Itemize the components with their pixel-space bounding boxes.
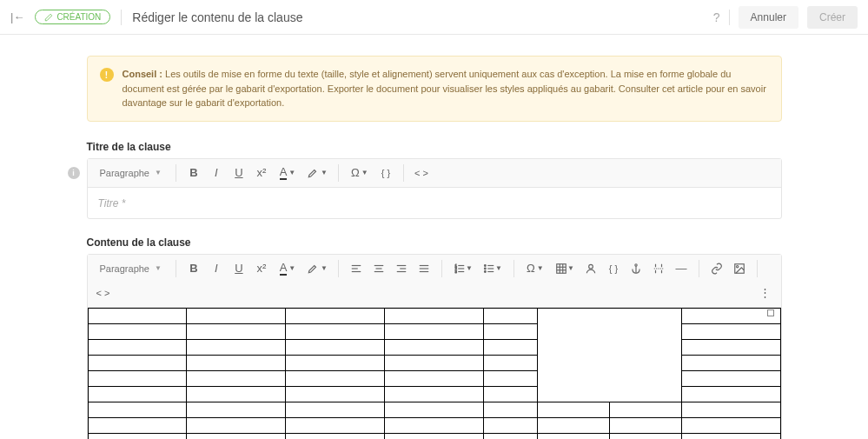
table-cell[interactable]: [88, 433, 187, 439]
more-button[interactable]: ⋮: [755, 283, 776, 303]
table-cell[interactable]: [385, 386, 484, 402]
table-handle-icon[interactable]: [767, 309, 774, 316]
table-cell[interactable]: [88, 370, 187, 386]
paragraph-style-select[interactable]: Paragraphe ▼: [93, 165, 169, 181]
table-cell[interactable]: [286, 370, 385, 386]
font-color-button[interactable]: A ▼: [274, 258, 301, 279]
table-cell[interactable]: [187, 433, 286, 439]
table-cell[interactable]: [537, 402, 609, 417]
italic-button[interactable]: I: [206, 258, 227, 279]
italic-button[interactable]: I: [206, 163, 227, 183]
table-cell[interactable]: [609, 402, 681, 417]
table-cell[interactable]: [537, 433, 609, 439]
align-justify-button[interactable]: [414, 258, 434, 279]
table-cell[interactable]: [187, 370, 286, 386]
table-cell[interactable]: [483, 417, 537, 433]
table-cell[interactable]: [609, 433, 681, 439]
table-cell[interactable]: [88, 323, 187, 339]
bold-button[interactable]: B: [183, 258, 204, 279]
table-cell[interactable]: [187, 402, 286, 417]
table-cell[interactable]: [681, 386, 780, 402]
variable-button[interactable]: { }: [603, 258, 624, 279]
table-cell[interactable]: [385, 308, 484, 323]
table-cell[interactable]: [483, 339, 537, 355]
source-code-button[interactable]: < >: [411, 163, 432, 183]
highlight-button[interactable]: ▼: [303, 258, 331, 279]
title-input-area[interactable]: [88, 188, 781, 218]
unordered-list-button[interactable]: ▼: [479, 258, 507, 279]
table-cell[interactable]: [187, 339, 286, 355]
table-cell[interactable]: [286, 308, 385, 323]
table-cell[interactable]: [681, 417, 780, 433]
bold-button[interactable]: B: [183, 163, 204, 183]
table-cell[interactable]: [286, 402, 385, 417]
special-char-button[interactable]: Ω ▼: [521, 258, 549, 279]
pagebreak-button[interactable]: [648, 258, 669, 279]
table-cell[interactable]: [187, 355, 286, 370]
underline-button[interactable]: U: [229, 163, 249, 183]
table-cell[interactable]: [187, 323, 286, 339]
table-cell[interactable]: [483, 308, 537, 323]
align-right-button[interactable]: [391, 258, 412, 279]
superscript-button[interactable]: x²: [251, 163, 272, 183]
table-cell[interactable]: [537, 308, 681, 402]
table-cell[interactable]: [681, 323, 780, 339]
table-cell[interactable]: [609, 417, 681, 433]
ordered-list-button[interactable]: 123 ▼: [449, 258, 477, 279]
table-cell[interactable]: [681, 370, 780, 386]
info-icon[interactable]: i: [68, 167, 80, 179]
title-field[interactable]: [98, 197, 771, 210]
table-cell[interactable]: [286, 386, 385, 402]
align-left-button[interactable]: [346, 258, 367, 279]
content-editable-area[interactable]: [88, 308, 781, 440]
align-center-button[interactable]: [368, 258, 389, 279]
table-cell[interactable]: [187, 386, 286, 402]
help-icon[interactable]: ?: [713, 10, 720, 24]
variable-button[interactable]: { }: [375, 163, 396, 183]
paragraph-style-select[interactable]: Paragraphe ▼: [93, 261, 169, 276]
table-cell[interactable]: [187, 308, 286, 323]
table-cell[interactable]: [483, 370, 537, 386]
table-cell[interactable]: [385, 402, 484, 417]
table-cell[interactable]: [681, 433, 780, 439]
image-button[interactable]: [729, 258, 750, 279]
table-cell[interactable]: [88, 402, 187, 417]
table-cell[interactable]: [88, 417, 187, 433]
table-cell[interactable]: [88, 339, 187, 355]
create-button[interactable]: Créer: [807, 6, 858, 29]
table-cell[interactable]: [681, 402, 780, 417]
table-cell[interactable]: [286, 339, 385, 355]
highlight-button[interactable]: ▼: [303, 163, 331, 183]
table-cell[interactable]: [385, 433, 484, 439]
superscript-button[interactable]: x²: [251, 258, 272, 279]
table-button[interactable]: ▼: [551, 258, 579, 279]
table-cell[interactable]: [681, 339, 780, 355]
person-button[interactable]: [580, 258, 601, 279]
table-cell[interactable]: [187, 417, 286, 433]
table-cell[interactable]: [483, 323, 537, 339]
hr-button[interactable]: —: [671, 258, 692, 279]
collapse-icon[interactable]: |←: [10, 10, 24, 23]
table-cell[interactable]: [385, 355, 484, 370]
table-cell[interactable]: [286, 417, 385, 433]
table-cell[interactable]: [286, 355, 385, 370]
table-cell[interactable]: [385, 370, 484, 386]
table-cell[interactable]: [88, 355, 187, 370]
table-cell[interactable]: [286, 323, 385, 339]
table-cell[interactable]: [483, 433, 537, 439]
link-button[interactable]: [706, 258, 727, 279]
cancel-button[interactable]: Annuler: [739, 6, 798, 29]
table-cell[interactable]: [483, 386, 537, 402]
table-cell[interactable]: [537, 417, 609, 433]
table-cell[interactable]: [88, 386, 187, 402]
table-cell[interactable]: [681, 308, 780, 323]
underline-button[interactable]: U: [229, 258, 249, 279]
table-cell[interactable]: [483, 402, 537, 417]
special-char-button[interactable]: Ω ▼: [346, 163, 374, 183]
anchor-button[interactable]: [626, 258, 646, 279]
source-code-button[interactable]: < >: [93, 283, 114, 303]
table-cell[interactable]: [681, 355, 780, 370]
table-cell[interactable]: [88, 308, 187, 323]
table-cell[interactable]: [385, 323, 484, 339]
content-table[interactable]: [88, 308, 781, 440]
